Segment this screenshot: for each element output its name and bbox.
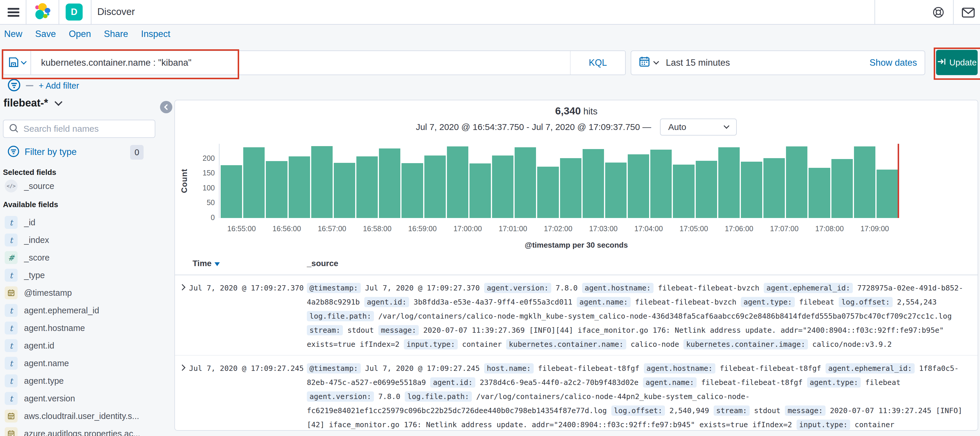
field-name-pill: agent.id: bbox=[430, 377, 475, 388]
filter-by-type-button[interactable]: Filter by type bbox=[8, 145, 76, 158]
field-name: agent.id bbox=[24, 341, 54, 351]
current-time-marker bbox=[898, 144, 899, 218]
nav-links: NewSaveOpenShareInspect bbox=[4, 29, 170, 39]
time-range-value[interactable]: Last 15 minutes bbox=[661, 57, 870, 68]
histogram-bar[interactable] bbox=[605, 163, 627, 218]
saved-query-menu-button[interactable] bbox=[3, 51, 31, 75]
histogram-bar[interactable] bbox=[492, 155, 514, 218]
x-axis-tick: 17:04:00 bbox=[634, 224, 663, 233]
histogram-bar[interactable] bbox=[221, 165, 242, 218]
table-row: Jul 7, 2020 @ 17:09:27.245@timestamp: Ju… bbox=[175, 356, 978, 431]
field-search-input[interactable]: Search field names bbox=[3, 120, 155, 138]
field-item[interactable]: tagent.id bbox=[5, 339, 140, 352]
index-pattern-name: filebeat-* bbox=[3, 97, 48, 109]
nav-link-share[interactable]: Share bbox=[104, 29, 128, 39]
add-filter-link[interactable]: + Add filter bbox=[39, 81, 79, 91]
histogram-bar[interactable] bbox=[718, 147, 740, 218]
field-name-pill: agent.name: bbox=[577, 297, 631, 307]
menu-icon[interactable] bbox=[8, 6, 19, 19]
nav-link-new[interactable]: New bbox=[4, 29, 22, 39]
histogram-bar[interactable] bbox=[334, 163, 355, 218]
histogram-bar[interactable] bbox=[289, 157, 310, 218]
histogram-bar[interactable] bbox=[424, 155, 446, 218]
index-pattern-selector[interactable]: filebeat-* bbox=[3, 97, 61, 109]
expand-row-icon[interactable] bbox=[180, 283, 187, 293]
collapse-sidebar-button[interactable] bbox=[160, 101, 172, 113]
histogram-bar[interactable] bbox=[311, 146, 332, 218]
histogram-bar[interactable] bbox=[401, 163, 423, 218]
query-language-button[interactable]: KQL bbox=[570, 51, 625, 75]
field-item[interactable]: azure.auditlogs.properties.ac... bbox=[5, 427, 140, 436]
histogram-bar[interactable] bbox=[650, 150, 672, 218]
histogram-bar[interactable] bbox=[515, 147, 536, 218]
time-column-header[interactable]: Time bbox=[192, 259, 220, 268]
x-axis-tick: 17:07:00 bbox=[770, 224, 798, 233]
histogram-bar[interactable] bbox=[764, 158, 785, 218]
histogram-bar[interactable] bbox=[831, 159, 853, 218]
table-header: Time _source bbox=[175, 259, 978, 275]
newsfeed-icon[interactable] bbox=[962, 7, 975, 19]
histogram-bar[interactable] bbox=[854, 146, 875, 218]
query-bar: kubernetes.container.name : "kibana" KQL bbox=[3, 51, 626, 75]
histogram-bar[interactable] bbox=[696, 161, 717, 218]
top-header-bar: D Discover bbox=[0, 0, 980, 25]
nav-link-save[interactable]: Save bbox=[35, 29, 56, 39]
field-item[interactable]: tagent.type bbox=[5, 374, 140, 387]
field-name-pill: @timestamp: bbox=[307, 283, 361, 293]
field-item[interactable]: t_index bbox=[5, 233, 140, 246]
divider bbox=[26, 0, 26, 24]
field-item[interactable]: tagent.ephemeral_id bbox=[5, 304, 140, 317]
field-name: aws.cloudtrail.user_identity.s... bbox=[24, 411, 139, 421]
histogram-bar[interactable] bbox=[266, 161, 287, 218]
chevron-down-icon bbox=[54, 98, 62, 106]
field-item[interactable]: t_id bbox=[5, 216, 140, 229]
doc-timestamp: Jul 7, 2020 @ 17:09:27.245 bbox=[189, 361, 304, 375]
histogram-bar[interactable] bbox=[673, 164, 694, 218]
field-item[interactable]: tagent.hostname bbox=[5, 321, 140, 334]
histogram-bar[interactable] bbox=[537, 167, 558, 218]
show-dates-link[interactable]: Show dates bbox=[870, 57, 924, 68]
field-item[interactable]: @timestamp bbox=[5, 286, 140, 299]
update-button-label: Update bbox=[949, 58, 977, 67]
nav-link-open[interactable]: Open bbox=[69, 29, 91, 39]
field-name: azure.auditlogs.properties.ac... bbox=[24, 429, 140, 436]
field-name: _type bbox=[24, 270, 45, 280]
field-name-pill: host.name: bbox=[484, 363, 534, 374]
date-picker-quick-menu[interactable] bbox=[631, 56, 661, 70]
filter-icon[interactable] bbox=[8, 79, 21, 93]
field-item[interactable]: tagent.version bbox=[5, 392, 140, 405]
field-item[interactable]: #_score bbox=[5, 251, 140, 264]
histogram-bar[interactable] bbox=[741, 162, 762, 218]
histogram-bar[interactable] bbox=[808, 168, 830, 218]
expand-row-icon[interactable] bbox=[180, 364, 187, 373]
filter-count-badge: 0 bbox=[130, 145, 143, 160]
histogram-bar[interactable] bbox=[582, 149, 604, 218]
string-type-icon: t bbox=[5, 357, 18, 370]
nav-link-inspect[interactable]: Inspect bbox=[141, 29, 170, 39]
field-item[interactable]: t_type bbox=[5, 269, 140, 282]
field-name: agent.name bbox=[24, 359, 69, 368]
y-axis-tick: 0 bbox=[177, 213, 215, 222]
x-axis-tick: 17:06:00 bbox=[725, 224, 753, 233]
divider bbox=[59, 0, 59, 24]
help-icon[interactable] bbox=[932, 6, 945, 20]
elastic-logo[interactable] bbox=[32, 2, 52, 23]
field-item[interactable]: aws.cloudtrail.user_identity.s... bbox=[5, 410, 140, 423]
field-item[interactable]: tagent.name bbox=[5, 357, 140, 370]
field-name: agent.ephemeral_id bbox=[24, 306, 99, 315]
update-button[interactable]: Update bbox=[936, 50, 978, 75]
histogram-bar[interactable] bbox=[560, 158, 581, 218]
histogram-bar[interactable] bbox=[469, 163, 491, 218]
histogram-bar[interactable] bbox=[379, 149, 400, 218]
histogram-bar[interactable] bbox=[628, 154, 649, 218]
histogram-bar[interactable] bbox=[243, 147, 265, 218]
histogram-bar[interactable] bbox=[447, 146, 468, 218]
field-name-pill: agent.version: bbox=[307, 391, 374, 402]
query-input[interactable]: kubernetes.container.name : "kibana" KQL bbox=[31, 51, 626, 75]
number-type-icon: # bbox=[5, 251, 18, 264]
histogram-bar[interactable] bbox=[786, 146, 807, 218]
histogram-bar[interactable] bbox=[356, 157, 378, 218]
field-item[interactable]: </>_source bbox=[5, 180, 54, 192]
histogram-bar[interactable] bbox=[877, 169, 898, 218]
histogram-bars bbox=[220, 144, 898, 218]
